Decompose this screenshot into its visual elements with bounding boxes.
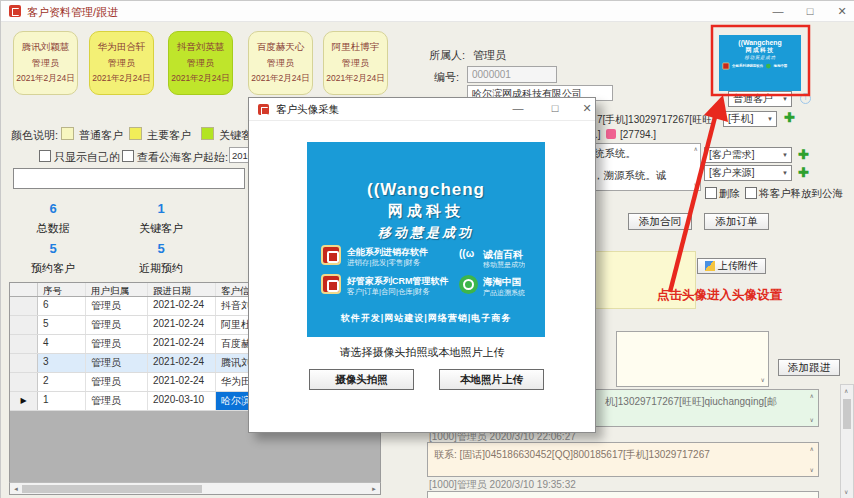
local-upload-button[interactable]: 本地照片上传 xyxy=(439,369,544,390)
hscroll-thumb[interactable] xyxy=(22,485,202,493)
row-selector[interactable] xyxy=(10,373,38,391)
scroll-right-icon[interactable]: ► xyxy=(371,486,377,492)
legend-swatch-key xyxy=(201,127,214,140)
add-order-button[interactable]: 添加订单 xyxy=(704,213,769,230)
window-titlebar: 客户资料管理/跟进 — □ ✕ xyxy=(1,1,854,22)
upload-attachment-label: 上传附件 xyxy=(718,259,758,273)
row-selector-marker[interactable]: ▶ xyxy=(10,392,38,410)
cell-date[interactable]: 2021-02-24 xyxy=(148,297,216,315)
grade-select[interactable]: 普通客户 ▼ xyxy=(728,91,792,107)
partner-1-mark: ((ω xyxy=(459,248,474,259)
scroll-down-icon[interactable]: ∨ xyxy=(810,467,814,473)
cell-owner[interactable]: 管理员 xyxy=(86,373,148,391)
vscroll-thumb[interactable] xyxy=(843,399,851,429)
cell-owner[interactable]: 管理员 xyxy=(86,392,148,410)
row-selector[interactable] xyxy=(10,316,38,334)
add-source-icon[interactable]: ✚ xyxy=(798,166,809,179)
notes-line-2: ，溯源系统。诚 xyxy=(593,169,667,183)
view-public-checkbox[interactable] xyxy=(122,150,134,162)
info-icon[interactable]: i xyxy=(800,93,811,104)
add-phone-icon[interactable]: ✚ xyxy=(784,111,795,124)
scroll-up-icon[interactable]: ∧ xyxy=(844,388,848,394)
owner-value: 管理员 xyxy=(473,48,506,63)
stat-total: 6 总数据 xyxy=(21,201,85,236)
customer-card-2[interactable]: 华为田合轩 管理员 2021年2月24日 xyxy=(89,31,154,95)
customer-search-input[interactable] xyxy=(13,168,245,189)
stat-recent: 5 近期预约 xyxy=(129,241,193,276)
customer-card-4[interactable]: 百度赫天心 管理员 2021年2月24日 xyxy=(248,31,313,95)
cell-no[interactable]: 6 xyxy=(38,297,86,315)
add-followup-button[interactable]: 添加跟进 xyxy=(778,359,840,376)
cell-owner[interactable]: 管理员 xyxy=(86,335,148,353)
followup-entry-3[interactable] xyxy=(427,491,819,498)
avatar-thumbnail[interactable]: ((Wangcheng 网成科技 移动慧是成功 全能系列进销存软件 海淘中国 xyxy=(719,35,801,91)
maximize-icon[interactable]: □ xyxy=(548,102,562,114)
card-date: 2021年2月24日 xyxy=(326,73,385,85)
upload-attachment-button[interactable]: 上传附件 xyxy=(697,258,766,274)
avatar-hint-text: 点击头像进入头像设置 xyxy=(657,287,782,304)
need-select[interactable]: [客户需求] ▼ xyxy=(704,147,792,163)
maximize-icon[interactable]: □ xyxy=(803,5,817,17)
cell-no[interactable]: 4 xyxy=(38,335,86,353)
scroll-down-icon[interactable]: ∨ xyxy=(844,489,848,495)
customer-card-3[interactable]: 抖音刘英慧 管理员 2021年2月24日 xyxy=(168,31,233,95)
card-role: 管理员 xyxy=(32,57,59,70)
cell-owner[interactable]: 管理员 xyxy=(86,354,148,372)
cell-date[interactable]: 2021-02-24 xyxy=(148,335,216,353)
release-checkbox[interactable] xyxy=(745,187,757,199)
card-role: 管理员 xyxy=(342,57,369,70)
product-2-icon xyxy=(321,274,341,294)
card-role: 管理员 xyxy=(187,57,214,70)
row-selector[interactable] xyxy=(10,335,38,353)
row-selector[interactable] xyxy=(10,354,38,372)
customer-card-1[interactable]: 腾讯刘颖慧 管理员 2021年2月24日 xyxy=(13,31,78,95)
product-1-subtitle: 进销存|批发|零售|财务 xyxy=(347,258,420,268)
scroll-up-icon[interactable]: ∧ xyxy=(810,393,814,399)
cell-no[interactable]: 5 xyxy=(38,316,86,334)
table-hscrollbar[interactable]: ◄ ► xyxy=(9,482,381,495)
cell-date[interactable]: 2021-02-24 xyxy=(148,354,216,372)
cell-date[interactable]: 2021-02-24 xyxy=(148,373,216,391)
followup-vscrollbar[interactable]: ∧ ∨ xyxy=(840,384,854,498)
minimize-icon[interactable]: — xyxy=(771,5,785,17)
partner-1-subtitle: 移动慧是成功 xyxy=(483,260,525,270)
card-name: 华为田合轩 xyxy=(98,41,146,54)
brand-banner: ((Wangcheng 网成科技 移动慧是成功 全能系列进销存软件 进销存|批发… xyxy=(307,142,545,337)
scroll-up-icon[interactable]: ∧ xyxy=(810,446,814,452)
source-select[interactable]: [客户来源] ▼ xyxy=(704,165,792,181)
card-role: 管理员 xyxy=(267,57,294,70)
brand-logo-en: ((Wangcheng xyxy=(307,180,545,200)
scroll-down-icon[interactable]: ∨ xyxy=(694,182,698,188)
source-value: [客户来源] xyxy=(709,166,755,180)
stat-reserved-value: 5 xyxy=(21,241,85,256)
scroll-down-icon[interactable]: ∨ xyxy=(810,417,814,423)
cell-owner[interactable]: 管理员 xyxy=(86,316,148,334)
cell-no[interactable]: 3 xyxy=(38,354,86,372)
cell-no[interactable]: 2 xyxy=(38,373,86,391)
cell-date[interactable]: 2021-02-24 xyxy=(148,316,216,334)
stat-recent-value: 5 xyxy=(129,241,193,256)
close-icon[interactable]: ✕ xyxy=(580,102,594,115)
scroll-left-icon[interactable]: ◄ xyxy=(13,486,19,492)
phone-type-select[interactable]: [手机] ▼ xyxy=(723,111,777,127)
scroll-up-icon[interactable]: ∧ xyxy=(694,146,698,152)
stat-key-label: 关键客户 xyxy=(129,221,193,236)
row-selector[interactable] xyxy=(10,297,38,315)
followup-input-textarea[interactable]: ∨ xyxy=(616,331,769,387)
delete-checkbox[interactable] xyxy=(705,187,717,199)
close-icon[interactable]: ✕ xyxy=(835,5,849,18)
cell-no[interactable]: 1 xyxy=(38,392,86,410)
add-need-icon[interactable]: ✚ xyxy=(798,148,809,161)
cell-date[interactable]: 2020-03-10 xyxy=(148,392,216,410)
avatar-brand-en: ((Wangcheng xyxy=(719,35,801,46)
customer-id-input[interactable]: 0000001 xyxy=(467,66,557,83)
camera-capture-button[interactable]: 摄像头拍照 xyxy=(309,369,414,390)
release-label: 将客户释放到公海 xyxy=(759,187,843,201)
minimize-icon[interactable]: — xyxy=(511,102,525,114)
add-contract-button[interactable]: 添加合同 xyxy=(628,213,692,230)
window-title: 客户资料管理/跟进 xyxy=(27,5,118,20)
cell-owner[interactable]: 管理员 xyxy=(86,297,148,315)
show-own-checkbox[interactable] xyxy=(39,150,51,162)
scroll-down-icon[interactable]: ∨ xyxy=(761,377,765,383)
customer-card-5[interactable]: 阿里杜博宇 管理员 2021年2月24日 xyxy=(323,31,388,95)
